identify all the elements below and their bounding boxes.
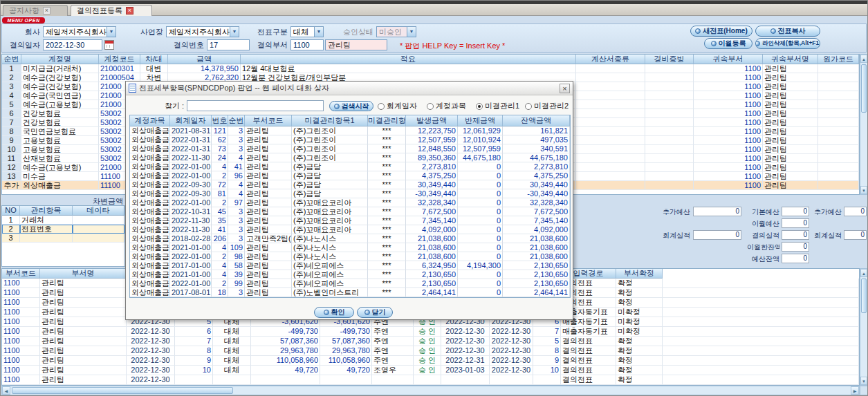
- table-row[interactable]: 외상매출금 2022-01-00 2 97 관리팀 (주)꼬매요코리아 *** …: [130, 198, 570, 207]
- scroll-left-icon[interactable]: ◀: [2, 386, 10, 395]
- chevron-down-icon[interactable]: ▼: [107, 27, 116, 37]
- column-header[interactable]: 반제금액: [458, 115, 503, 126]
- table-row[interactable]: 외상매출금 2022-11-30 41 3 관리팀 (주)꼬매요코리아 *** …: [130, 225, 570, 234]
- radio-icon[interactable]: [525, 103, 532, 110]
- close-button[interactable]: 닫기: [357, 307, 393, 318]
- table-row[interactable]: 외상매출금 2022-01-00 2 99 관리팀 (주)네오피에스 *** 2…: [130, 279, 570, 288]
- scroll-right-icon[interactable]: ▶: [851, 386, 859, 395]
- radio-option[interactable]: 회계일자: [378, 101, 417, 111]
- list-item[interactable]: 1 거래처: [2, 216, 124, 225]
- table-row[interactable]: 외상매출금 2018-02-28 206 3 고객만족2팀(J (주)나노시스 …: [130, 234, 570, 243]
- column-header[interactable]: 귀속부서명: [763, 55, 818, 64]
- column-header[interactable]: 원가코드: [818, 55, 859, 64]
- scroll-up-icon[interactable]: ▲: [860, 55, 867, 63]
- radio-icon[interactable]: [427, 103, 434, 110]
- dept-code-input[interactable]: 1100: [290, 39, 324, 50]
- table-row[interactable]: 1100 관리팀 2022-12-30 7 대체 57,087,360 57,0…: [2, 337, 859, 346]
- column-header[interactable]: 번호: [212, 115, 228, 126]
- column-header[interactable]: 순번: [2, 55, 21, 64]
- table-row[interactable]: 1100 관리팀 2022-12-30 10 대체 49,720 49,720 …: [2, 366, 859, 375]
- table-row[interactable]: 외상매출금 2022-01-00 4 41 관리팀 (주)금담 *** 2,27…: [130, 162, 570, 171]
- column-header[interactable]: 계정명: [21, 55, 99, 64]
- delete-line-button[interactable]: 라인삭제(항목,Alt+F1): [755, 38, 820, 49]
- table-row[interactable]: 외상매출금 2022-01-00 2 96 관리팀 (주)금담 *** 4,37…: [130, 171, 570, 180]
- column-header[interactable]: 미결관리항목1: [292, 115, 368, 126]
- radio-option[interactable]: 계정과목: [427, 101, 466, 111]
- scroll-thumb[interactable]: [12, 387, 233, 394]
- voucher-grid-scrollbar[interactable]: ▲ ▼: [860, 54, 868, 195]
- column-header[interactable]: 부서명: [40, 269, 127, 279]
- table-row[interactable]: 외상매출금 2021-01-00 4 109 관리팀 (주)나노시스 *** 2…: [130, 243, 570, 252]
- horizontal-scrollbar[interactable]: ◀ ▶: [1, 386, 860, 395]
- table-row[interactable]: 외상매출금 2017-01-00 4 58 관리팀 (주)네오피에스 *** 6…: [130, 261, 570, 270]
- column-header[interactable]: 경비증빙: [645, 55, 694, 64]
- scroll-down-icon[interactable]: ▼: [860, 186, 867, 194]
- radio-icon[interactable]: [476, 103, 483, 110]
- radio-option[interactable]: 미결관리2: [525, 101, 569, 111]
- search-start-button[interactable]: 검색시작: [329, 101, 373, 111]
- number-input[interactable]: 17: [207, 39, 250, 50]
- approval-select[interactable]: 미승인▼: [376, 26, 416, 37]
- company-select[interactable]: 제일저지주식회사▼: [43, 26, 116, 37]
- tab-close-icon[interactable]: ×: [126, 7, 133, 15]
- column-header[interactable]: 부서코드: [2, 269, 40, 279]
- chevron-down-icon[interactable]: ▼: [314, 27, 323, 37]
- popup-title-bar[interactable]: 전표세부항목(SPNDCDPop) 팝업 -- 웹 페이지 대화 상자: [126, 82, 573, 95]
- table-row[interactable]: 외상매출금 2022-11-30 24 4 관리팀 (주)그린조이 *** 89…: [130, 153, 570, 162]
- table-row[interactable]: 외상매출금 2022-09-30 81 4 관리팀 (주)금담 *** -30,…: [130, 189, 570, 198]
- table-row[interactable]: 1100 관리팀 2022-12-30 결의전표 확정: [2, 375, 859, 385]
- column-header[interactable]: 귀속부서: [694, 55, 763, 64]
- tab[interactable]: 공지사항 ×: [3, 5, 68, 16]
- date-input[interactable]: 2022-12-30: [43, 39, 102, 50]
- table-row[interactable]: 외상매출금 2022-11-30 35 3 관리팀 (주)꼬매요코리아 *** …: [130, 216, 570, 225]
- column-header[interactable]: 순번: [228, 115, 245, 126]
- chevron-down-icon[interactable]: ▼: [407, 27, 416, 37]
- slip-list-scrollbar[interactable]: ▲ ▼: [860, 268, 868, 386]
- column-header[interactable]: 부서코드: [245, 115, 292, 126]
- table-row[interactable]: 외상매출금 2021-01-00 4 39 관리팀 (주)네오피에스 *** 2…: [130, 270, 570, 279]
- column-header[interactable]: 계정코드: [99, 55, 140, 64]
- column-header[interactable]: 발생금액: [406, 115, 458, 126]
- site-select[interactable]: 제일저지주식회사▼: [166, 26, 239, 37]
- table-row[interactable]: 1100 관리팀 2022-12-30 6 대체 -499,730 -499,7…: [2, 327, 859, 337]
- list-item[interactable]: 3: [2, 234, 124, 243]
- column-header[interactable]: 회계일자: [170, 115, 212, 126]
- scroll-up-icon[interactable]: ▲: [860, 269, 867, 277]
- column-header[interactable]: 계정과목: [130, 115, 170, 126]
- scroll-thumb[interactable]: [861, 279, 867, 313]
- table-row[interactable]: 외상매출금 2022-10-31 45 3 관리팀 (주)꼬매요코리아 *** …: [130, 207, 570, 216]
- table-row[interactable]: 외상매출금 2017-08-01 18 3 관리팀 (주)노벨인더스트리 ***…: [130, 288, 570, 297]
- table-row[interactable]: 외상매출금 2021-08-31 121 3 관리팀 (주)그린조이 *** 1…: [130, 126, 570, 135]
- chevron-down-icon[interactable]: ▼: [230, 27, 239, 37]
- calendar-icon[interactable]: [104, 40, 114, 50]
- column-header[interactable]: 차/대: [140, 55, 168, 64]
- scroll-down-icon[interactable]: ▼: [860, 377, 867, 385]
- table-row[interactable]: 외상매출금 2022-01-31 73 3 관리팀 (주)그린조이 *** 12…: [130, 144, 570, 153]
- table-row[interactable]: 1100 관리팀 2022-12-30 8 대체 29,963,780 29,9…: [2, 346, 859, 356]
- radio-option[interactable]: 미결관리1: [476, 101, 519, 111]
- copy-slip-button[interactable]: 전표복사: [755, 26, 820, 37]
- table-row[interactable]: 외상매출금 2022-09-30 72 4 관리팀 (주)금담 *** 30,3…: [130, 180, 570, 189]
- column-header[interactable]: 금액: [168, 55, 241, 64]
- menu-open-badge[interactable]: MENU OPEN: [2, 17, 45, 23]
- confirm-button[interactable]: 확인: [314, 307, 354, 318]
- table-row[interactable]: 외상매출금 2022-01-31 62 3 관리팀 (주)그린조이 *** 12…: [130, 135, 570, 144]
- column-header[interactable]: 계산서종류: [576, 55, 645, 64]
- column-header[interactable]: 미결관리항목2: [368, 115, 406, 126]
- table-row[interactable]: 외상매출금 2022-01-00 2 98 관리팀 (주)나노시스 *** 21…: [130, 252, 570, 261]
- table-row[interactable]: 1100 관리팀 2022-12-30 9 대체 110,058,960 110…: [2, 356, 859, 366]
- scroll-thumb[interactable]: [861, 64, 867, 113]
- tab[interactable]: 결의전표등록 ×: [71, 5, 152, 16]
- tab-close-icon[interactable]: ×: [43, 7, 50, 15]
- close-icon[interactable]: ×: [560, 84, 570, 93]
- column-header[interactable]: 부서확정: [616, 269, 663, 279]
- column-header[interactable]: 잔액금액: [503, 115, 570, 126]
- search-input[interactable]: [187, 100, 324, 111]
- table-row[interactable]: 1 미지급금(거래처) 21000301 대변 14,378,950 12월 4…: [2, 64, 859, 73]
- column-header[interactable]: 적요: [241, 55, 576, 64]
- radio-icon[interactable]: [378, 103, 385, 110]
- slip-type-select[interactable]: 대체▼: [290, 26, 324, 37]
- new-slip-button[interactable]: 새전표(Home): [690, 26, 752, 37]
- carryover-button[interactable]: 이월등록: [704, 38, 752, 49]
- list-item[interactable]: 2 전표번호: [2, 225, 124, 234]
